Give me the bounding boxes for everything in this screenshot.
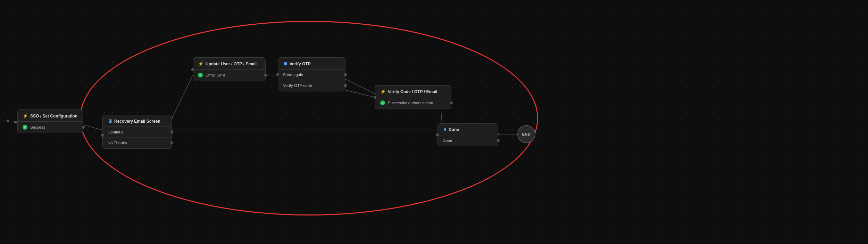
node-verify-code[interactable]: ⚡ Verify Code / OTP / Email Successful a… [375, 85, 451, 109]
node-update[interactable]: ⚡ Update User / OTP / Email Email Sent [193, 57, 266, 81]
port-update-left [191, 68, 194, 71]
port-verify-otp-code-right [344, 84, 347, 87]
node-recovery-item-nothanks[interactable]: No Thanks [103, 138, 172, 148]
port-verify-code-auth-right [450, 101, 453, 104]
node-verify-code-title: Verify Code / OTP / Email [388, 89, 437, 94]
success-dot-verify-code [380, 100, 385, 105]
node-verify-otp-code-label: Verify OTP code [283, 83, 312, 88]
node-sso-item-label: Success [30, 125, 45, 129]
node-recovery-title: Recovery Email Screen [114, 119, 160, 124]
node-verify-code-auth-label: Successful authentication [388, 101, 433, 105]
success-dot-update [198, 73, 203, 78]
port-done-left [436, 133, 439, 136]
node-end: END [517, 125, 535, 143]
flow-canvas: ⚡ SSO / Set Configuration Success 🖥 Reco… [0, 0, 868, 244]
monitor-icon-verify-otp: 🖥 [283, 61, 287, 66]
success-dot [23, 125, 27, 130]
node-update-header: ⚡ Update User / OTP / Email [193, 58, 265, 70]
node-sso-title: SSO / Set Configuration [30, 114, 77, 119]
end-label: END [522, 132, 531, 136]
node-verify-otp-title: Verify OTP [290, 62, 311, 66]
start-arrowhead [7, 119, 10, 123]
port-verify-otp-left [276, 73, 279, 76]
monitor-icon-done: 🖥 [443, 128, 446, 132]
node-verify-otp-item-again[interactable]: Send again [278, 70, 345, 80]
node-recovery-header: 🖥 Recovery Email Screen [103, 115, 172, 127]
node-done-label: Done [443, 138, 452, 143]
port-recovery-left [101, 134, 104, 137]
port-sso-success-right [82, 126, 85, 129]
node-recovery[interactable]: 🖥 Recovery Email Screen Continue No Than… [102, 115, 172, 149]
node-update-sent-label: Email Sent [206, 73, 225, 77]
node-recovery-continue-label: Continue [108, 130, 124, 134]
lightning-icon-update: ⚡ [198, 61, 203, 66]
svg-line-9 [344, 90, 375, 97]
node-recovery-nothanks-label: No Thanks [108, 141, 127, 145]
node-update-item-sent[interactable]: Email Sent [193, 70, 265, 81]
node-verify-otp-header: 🖥 Verify OTP [278, 58, 345, 70]
monitor-icon-recovery: 🖥 [108, 119, 112, 124]
port-recovery-continue-right [170, 131, 173, 133]
port-verify-code-left [374, 96, 376, 99]
node-done[interactable]: 🖥 Done Done [437, 123, 498, 146]
node-sso[interactable]: ⚡ SSO / Set Configuration Success [17, 109, 83, 133]
port-verify-otp-again-right [344, 73, 347, 76]
port-recovery-nothanks-right [170, 141, 173, 144]
node-recovery-item-continue[interactable]: Continue [103, 127, 172, 138]
node-verify-code-item-auth[interactable]: Successful authentication [375, 97, 451, 109]
svg-line-3 [172, 75, 193, 118]
port-done-right [497, 139, 500, 142]
node-verify-otp[interactable]: 🖥 Verify OTP Send again Verify OTP code [278, 57, 345, 91]
node-sso-header: ⚡ SSO / Set Configuration [18, 110, 83, 122]
node-done-header: 🖥 Done [438, 124, 498, 135]
node-done-item[interactable]: Done [438, 135, 498, 146]
lightning-icon-verify-code: ⚡ [380, 89, 386, 94]
node-update-title: Update User / OTP / Email [206, 62, 257, 66]
node-done-title: Done [449, 127, 459, 132]
node-verify-code-header: ⚡ Verify Code / OTP / Email [375, 86, 451, 97]
port-update-sent-right [264, 74, 267, 76]
lightning-icon: ⚡ [23, 113, 28, 119]
node-verify-otp-item-code[interactable]: Verify OTP code [278, 80, 345, 91]
node-sso-item-success[interactable]: Success [18, 122, 83, 133]
svg-line-7 [344, 78, 375, 94]
node-verify-otp-again-label: Send again [283, 73, 303, 77]
